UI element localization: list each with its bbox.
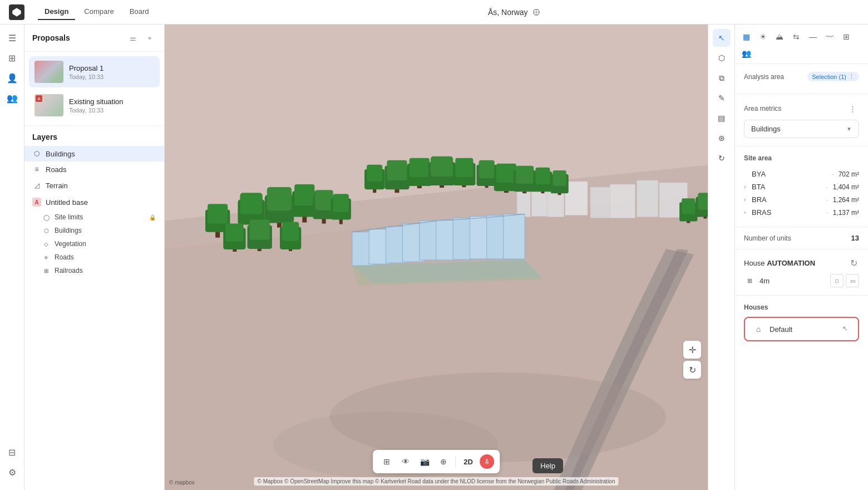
layer-terrain[interactable]: ◿ Terrain ✎ xyxy=(24,177,164,194)
svg-rect-90 xyxy=(535,168,550,184)
bras-label: BRAS xyxy=(752,208,822,217)
layers-section: Layers ⬡ Buildings ≡ Roads ◿ Terrain ✎ A… xyxy=(24,125,164,277)
metric-row-bta[interactable]: › BTA - 1,404 m² xyxy=(744,180,859,193)
layer-roads[interactable]: ≡ Roads xyxy=(24,161,164,177)
bta-expand-icon[interactable]: › xyxy=(744,184,752,190)
mountain-icon[interactable]: ⛰ xyxy=(772,29,787,45)
svg-rect-26 xyxy=(504,214,525,259)
toggle-sidebar-btn[interactable]: ☰ xyxy=(3,29,21,47)
bra-label: BRA xyxy=(752,195,822,204)
svg-rect-45 xyxy=(267,187,292,210)
selection-badge[interactable]: Selection (1) ⋮ xyxy=(807,72,859,81)
help-button[interactable]: Help xyxy=(532,458,563,473)
proposal-thumb-2: A xyxy=(34,94,63,116)
layer-buildings[interactable]: ⬡ Buildings xyxy=(24,146,164,161)
bra-value: 1,264 m² xyxy=(833,196,859,204)
proposal-time-1: Today, 10:33 xyxy=(69,74,154,80)
vegetation-icon: ◇ xyxy=(42,240,50,248)
edit-untitled-base-btn[interactable]: ✎ xyxy=(146,197,156,207)
shape-square-btn[interactable]: □ xyxy=(830,274,844,287)
site-limits-icon: ◯ xyxy=(42,213,50,221)
camera-tool-btn[interactable]: 📷 xyxy=(416,453,433,470)
left-panel: Proposals ⚌ + Proposal 1 Today, 10:33 A xyxy=(24,24,165,490)
nav-board[interactable]: Board xyxy=(123,4,156,20)
filter-proposals-btn[interactable]: ⚌ xyxy=(126,31,140,45)
house-auto-label: House AUTOMATION xyxy=(744,259,815,267)
shape-rect-btn[interactable]: ▭ xyxy=(846,274,859,287)
houses-section: Houses ⌂ Default ↖ xyxy=(735,296,868,349)
layer-untitled-base[interactable]: A Untitled base ⇄ ✎ xyxy=(24,194,164,210)
svg-rect-63 xyxy=(282,222,299,241)
height-input[interactable]: 4m xyxy=(760,277,826,285)
crosshair-tool-btn[interactable]: ⊕ xyxy=(435,453,452,470)
toggle-2d-btn[interactable]: 2D xyxy=(459,455,477,468)
settings-btn[interactable]: ⚙ xyxy=(3,463,21,481)
grid-icon[interactable]: ⊞ xyxy=(839,29,854,45)
user-btn[interactable]: 👤 xyxy=(3,69,21,87)
bya-dash: - xyxy=(832,170,834,178)
right-tool-bar: ↖ ⬡ ⧉ ✎ ▤ ⊛ ↻ xyxy=(708,24,734,490)
analysis-area-section: Analysis area Selection (1) ⋮ xyxy=(735,64,868,94)
layers-tool-btn[interactable]: ⧉ xyxy=(713,69,731,87)
rotate-tool-btn[interactable]: ↻ xyxy=(713,149,731,167)
metric-row-bras[interactable]: › BRAS - 1,137 m² xyxy=(744,206,859,219)
metric-row-bya: BYA - 702 m² xyxy=(744,168,859,180)
railroads-icon: ⊞ xyxy=(42,267,50,275)
edit-tool-btn[interactable]: ✎ xyxy=(713,89,731,107)
pan-btn[interactable]: ✛ xyxy=(683,341,701,359)
sun-icon[interactable]: ☀ xyxy=(755,29,771,45)
ruler-icon[interactable]: — xyxy=(805,29,821,45)
svg-rect-15 xyxy=(531,188,547,216)
people-icon[interactable]: 👥 xyxy=(738,46,754,61)
svg-rect-42 xyxy=(240,193,262,214)
team-btn[interactable]: 👥 xyxy=(3,89,21,107)
proposals-header: Proposals ⚌ + xyxy=(24,24,164,52)
map-area[interactable]: © Mapbox © OpenStreetMap Improve this ma… xyxy=(165,24,708,490)
proposal-item-2[interactable]: A Existing situation Today, 10:33 xyxy=(29,90,160,121)
edit-terrain-btn[interactable]: ✎ xyxy=(146,180,156,190)
eye-tool-btn[interactable]: 👁 xyxy=(397,453,414,470)
layers-bottom-btn[interactable]: ⊟ xyxy=(3,443,21,461)
map-view-btn[interactable]: ⊞ xyxy=(3,49,21,67)
app-logo[interactable] xyxy=(9,4,24,20)
sub-layer-roads[interactable]: ≡ Roads xyxy=(24,251,164,264)
bya-value: 702 m² xyxy=(839,170,859,178)
sub-layer-buildings[interactable]: ⬡ Buildings xyxy=(24,224,164,237)
metric-row-bra[interactable]: › BRA - 1,264 m² xyxy=(744,193,859,206)
house-auto-header: House AUTOMATION ↻ xyxy=(744,257,859,268)
bras-expand-icon[interactable]: › xyxy=(744,209,752,215)
swap-untitled-base-btn[interactable]: ⇄ xyxy=(134,197,144,207)
bta-dash: - xyxy=(826,183,828,191)
nav-compare[interactable]: Compare xyxy=(77,4,120,20)
refresh-btn[interactable]: ↻ xyxy=(683,361,701,379)
bra-expand-icon[interactable]: › xyxy=(744,197,752,203)
wave-icon[interactable]: 〰 xyxy=(822,29,837,45)
box3d-tool-btn[interactable]: ⬡ xyxy=(713,49,731,67)
svg-rect-72 xyxy=(410,158,430,177)
group-tool-btn[interactable]: ⊛ xyxy=(713,129,731,147)
buildings-metrics-dropdown[interactable]: Buildings ▼ xyxy=(744,120,859,138)
houses-section-label: Houses xyxy=(744,303,859,311)
grid-tool-btn[interactable]: ⊞ xyxy=(378,453,395,470)
selection-options-icon: ⋮ xyxy=(849,73,855,80)
table-tool-btn[interactable]: ▤ xyxy=(713,109,731,127)
house-auto-refresh-icon[interactable]: ↻ xyxy=(848,257,859,268)
dropdown-arrow-icon: ▼ xyxy=(846,126,852,132)
proposal-item-1[interactable]: Proposal 1 Today, 10:33 xyxy=(29,56,160,87)
sub-roads-icon: ≡ xyxy=(42,253,50,261)
house-auto-grid-icon: ⊞ xyxy=(744,275,755,286)
nav-design[interactable]: Design xyxy=(38,4,75,20)
add-proposal-btn[interactable]: + xyxy=(143,31,156,45)
site-limits-label: Site limits xyxy=(55,213,144,221)
3d-viewport[interactable]: © Mapbox © OpenStreetMap Improve this ma… xyxy=(165,24,708,490)
sub-layer-vegetation[interactable]: ◇ Vegetation xyxy=(24,237,164,251)
area-metrics-options-btn[interactable]: ⋮ xyxy=(846,102,859,115)
sub-layer-site-limits[interactable]: ◯ Site limits 🔒 xyxy=(24,210,164,224)
arrows-icon[interactable]: ⇆ xyxy=(788,29,804,45)
sub-layer-railroads[interactable]: ⊞ Railroads xyxy=(24,264,164,277)
bar-chart-icon[interactable]: ▦ xyxy=(738,29,754,45)
default-house-button[interactable]: ⌂ Default ↖ xyxy=(744,317,859,341)
north-indicator[interactable] xyxy=(480,454,494,469)
cursor-tool-btn[interactable]: ↖ xyxy=(713,29,731,47)
map-toolbar: ⊞ 👁 📷 ⊕ 2D xyxy=(373,450,500,473)
